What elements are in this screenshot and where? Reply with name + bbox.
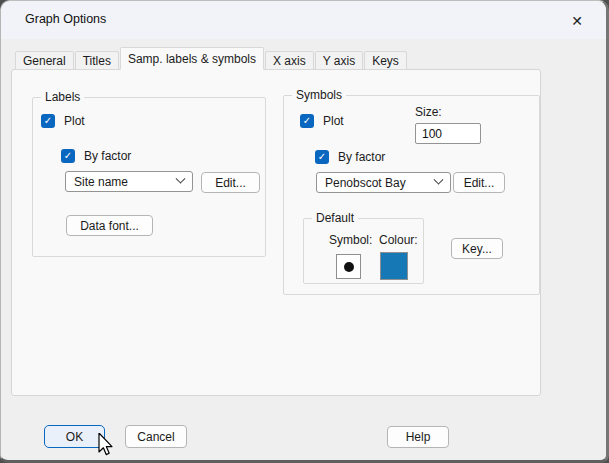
default-colour-swatch[interactable]	[380, 252, 408, 280]
labels-plot-label: Plot	[64, 114, 85, 128]
tab-x-axis[interactable]: X axis	[265, 51, 314, 70]
symbols-plot-checkbox[interactable]: ✓ Plot	[300, 114, 344, 128]
size-input[interactable]	[415, 123, 481, 144]
ok-button[interactable]: OK	[44, 425, 105, 448]
chevron-down-icon	[434, 175, 444, 185]
tab-content-panel: Labels ✓ Plot ✓ By factor Site name Edit…	[11, 69, 541, 396]
cancel-button[interactable]: Cancel	[125, 425, 187, 448]
tab-strip: General Titles Samp. labels & symbols X …	[15, 47, 408, 70]
colour-label: Colour:	[379, 233, 418, 247]
labels-factor-dropdown[interactable]: Site name	[65, 171, 193, 192]
tab-titles[interactable]: Titles	[75, 51, 119, 70]
symbols-by-factor-checkbox[interactable]: ✓ By factor	[315, 150, 385, 164]
checkbox-checked-icon: ✓	[41, 114, 55, 128]
key-button[interactable]: Key...	[451, 238, 503, 259]
symbols-edit-button[interactable]: Edit...	[453, 172, 505, 193]
labels-groupbox: Labels ✓ Plot ✓ By factor Site name Edit…	[32, 97, 266, 257]
symbols-plot-label: Plot	[323, 114, 344, 128]
tab-samp-labels-symbols[interactable]: Samp. labels & symbols	[120, 47, 264, 70]
labels-edit-button[interactable]: Edit...	[201, 172, 260, 193]
tab-general[interactable]: General	[15, 51, 74, 70]
symbols-group-title: Symbols	[292, 88, 346, 102]
filled-circle-icon	[344, 262, 354, 272]
chevron-down-icon	[176, 174, 186, 184]
size-label: Size:	[415, 105, 442, 119]
labels-plot-checkbox[interactable]: ✓ Plot	[41, 114, 85, 128]
checkbox-checked-icon: ✓	[315, 150, 329, 164]
window-title: Graph Options	[25, 12, 106, 26]
tab-keys[interactable]: Keys	[364, 51, 407, 70]
help-button[interactable]: Help	[387, 426, 449, 448]
symbols-by-factor-label: By factor	[338, 150, 385, 164]
default-group-title: Default	[312, 211, 358, 225]
labels-by-factor-checkbox[interactable]: ✓ By factor	[61, 149, 131, 163]
symbol-label: Symbol:	[329, 233, 372, 247]
close-icon[interactable]: ✕	[566, 10, 588, 32]
graph-options-dialog: Graph Options ✕ General Titles Samp. lab…	[0, 0, 609, 463]
symbols-factor-value: Penobscot Bay	[325, 176, 406, 190]
symbols-groupbox: Symbols ✓ Plot Size: ✓ By factor Penobsc…	[283, 95, 540, 295]
labels-by-factor-label: By factor	[84, 149, 131, 163]
data-font-button[interactable]: Data font...	[66, 215, 153, 236]
symbols-factor-dropdown[interactable]: Penobscot Bay	[316, 172, 451, 193]
checkbox-checked-icon: ✓	[61, 149, 75, 163]
checkbox-checked-icon: ✓	[300, 114, 314, 128]
default-groupbox: Default Symbol: Colour:	[303, 218, 424, 284]
title-bar[interactable]: Graph Options ✕	[1, 1, 606, 39]
tab-y-axis[interactable]: Y axis	[315, 51, 363, 70]
default-symbol-preview[interactable]	[336, 254, 361, 279]
labels-group-title: Labels	[41, 90, 84, 104]
labels-factor-value: Site name	[74, 175, 128, 189]
